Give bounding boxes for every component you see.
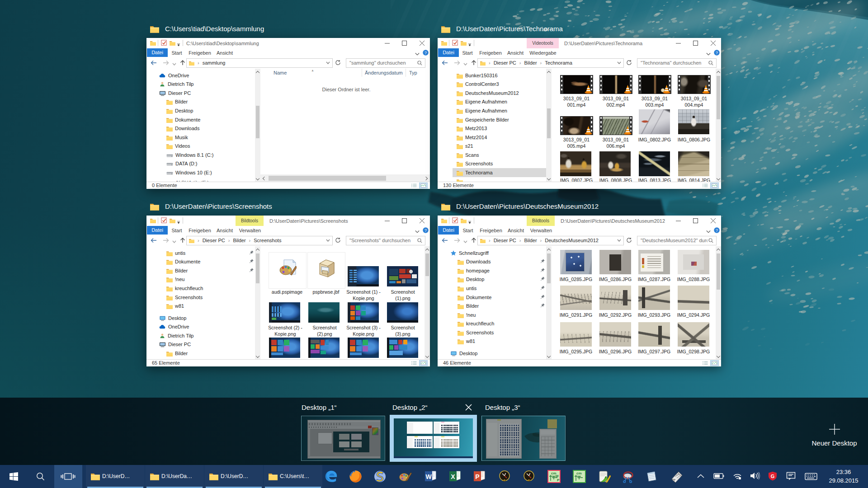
svg-text:P: P (475, 473, 479, 480)
svg-text:W: W (425, 473, 432, 480)
svg-text:X: X (451, 473, 455, 480)
svg-text:W: W (556, 474, 559, 478)
svg-text:16: 16 (528, 479, 531, 482)
svg-text:15: 15 (503, 479, 506, 482)
svg-text:?: ? (716, 51, 718, 55)
svg-text:P: P (557, 478, 560, 482)
svg-text:G: G (771, 474, 775, 479)
svg-text:?: ? (425, 228, 427, 233)
svg-text:?: ? (425, 51, 427, 55)
svg-text:?: ? (716, 228, 718, 233)
svg-text:cm: cm (576, 471, 582, 475)
